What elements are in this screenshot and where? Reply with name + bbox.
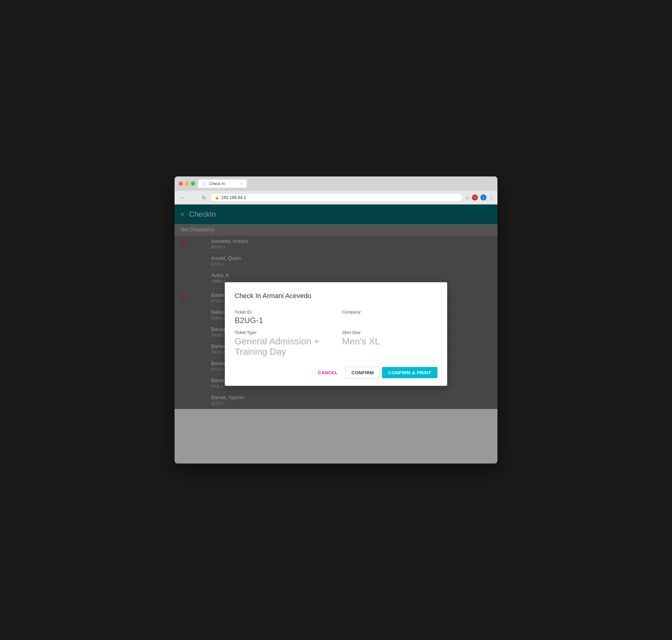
nav-actions: ☆ 🛡 1 ⋮ bbox=[465, 194, 494, 201]
checkin-modal: Check In Armani Acevedo Ticket ID: B2UG-… bbox=[225, 282, 447, 386]
refresh-button[interactable]: ↻ bbox=[200, 194, 208, 201]
company-field: Company: bbox=[342, 310, 437, 325]
confirm-button[interactable]: CONFIRM bbox=[346, 367, 380, 379]
close-button[interactable] bbox=[179, 181, 183, 186]
app-body: ≡ CheckIn Not Checked In A Acevedo, Arma… bbox=[175, 204, 497, 464]
cancel-button[interactable]: CANCEL bbox=[312, 367, 343, 378]
shirt-size-field: Shirt Size: Men's XL bbox=[342, 330, 437, 357]
browser-tab[interactable]: 📄 Check In × bbox=[198, 179, 247, 188]
ticket-type-field: Ticket Type: General Admission + Trainin… bbox=[235, 330, 330, 357]
lock-icon: 🔒 bbox=[215, 195, 219, 200]
modal-title: Check In Armani Acevedo bbox=[235, 292, 437, 300]
address-bar[interactable]: 🔒 192.168.64.1 bbox=[210, 193, 463, 202]
tab-icon: 📄 bbox=[202, 181, 207, 186]
forward-button[interactable]: → bbox=[189, 194, 198, 201]
menu-button[interactable]: ⋮ bbox=[489, 195, 494, 201]
extension-badge-button[interactable]: 1 bbox=[480, 194, 487, 201]
shirt-size-label: Shirt Size: bbox=[342, 330, 437, 335]
minimize-button[interactable] bbox=[185, 181, 189, 186]
maximize-button[interactable] bbox=[191, 181, 195, 186]
modal-fields: Ticket ID: B2UG-1 Company: Ticket Type: … bbox=[235, 310, 437, 357]
tab-close-button[interactable]: × bbox=[241, 182, 242, 186]
bookmark-button[interactable]: ☆ bbox=[465, 195, 469, 201]
title-bar: 📄 Check In × bbox=[175, 176, 497, 191]
shirt-size-value: Men's XL bbox=[342, 336, 437, 347]
tab-title: Check In bbox=[209, 181, 225, 186]
ticket-id-value: B2UG-1 bbox=[235, 316, 330, 325]
navigation-bar: ← → ↻ 🔒 192.168.64.1 ☆ 🛡 1 ⋮ bbox=[175, 191, 497, 204]
modal-overlay: Check In Armani Acevedo Ticket ID: B2UG-… bbox=[175, 204, 497, 464]
back-button[interactable]: ← bbox=[178, 194, 187, 201]
url-text: 192.168.64.1 bbox=[221, 195, 246, 200]
ticket-type-label: Ticket Type: bbox=[235, 330, 330, 335]
ticket-type-value: General Admission + Training Day bbox=[235, 336, 330, 357]
company-label: Company: bbox=[342, 310, 437, 315]
ticket-id-field: Ticket ID: B2UG-1 bbox=[235, 310, 330, 325]
confirm-print-button[interactable]: CONFIRM & PRINT bbox=[382, 367, 437, 378]
traffic-lights bbox=[179, 181, 195, 186]
modal-actions: CANCEL CONFIRM CONFIRM & PRINT bbox=[235, 367, 437, 379]
ticket-id-label: Ticket ID: bbox=[235, 310, 330, 315]
shield-extension-button[interactable]: 🛡 bbox=[472, 194, 478, 201]
